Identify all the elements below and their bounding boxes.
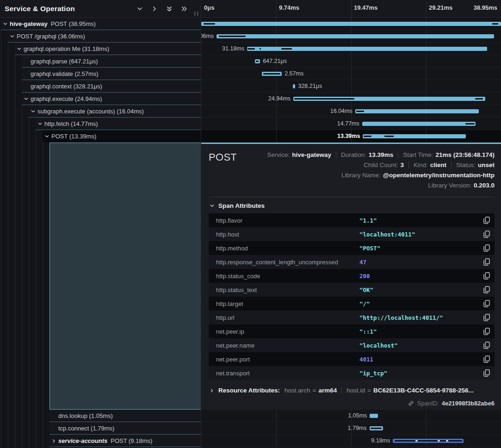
copy-icon[interactable]: [479, 314, 495, 321]
grid-line: [351, 80, 352, 92]
timeline-ruler: 0μs9.74ms19.47ms29.21ms38.95ms: [201, 0, 501, 18]
collapse-icon[interactable]: [15, 46, 24, 51]
span-bar-mark: [384, 136, 394, 137]
timeline-row[interactable]: 14.77ms: [201, 118, 501, 130]
grid-line: [276, 410, 277, 422]
operation-name: POST (38.95ms): [51, 20, 96, 27]
tree-row[interactable]: graphql.parse (647.21μs): [0, 55, 201, 68]
tree-row[interactable]: graphql.validate (2.57ms): [0, 68, 201, 80]
selected-span-block: [49, 143, 201, 410]
tree-row[interactable]: subgraph.execute (accounts) (16.04ms): [0, 105, 201, 118]
timeline-row[interactable]: 1.05ms: [201, 410, 501, 422]
collapse-icon[interactable]: [29, 109, 37, 114]
collapse-icon[interactable]: [8, 34, 17, 39]
collapse-icon[interactable]: [22, 96, 31, 101]
tree-row[interactable]: graphql.execute (24.94ms): [0, 93, 201, 105]
span-bar[interactable]: [370, 414, 377, 418]
copy-icon[interactable]: [479, 258, 495, 266]
attribute-value: 4011: [359, 356, 479, 363]
timeline-row[interactable]: 2.57ms: [201, 68, 501, 80]
resource-attributes-row[interactable]: Resource Attributes: host.arch=arm64host…: [210, 387, 495, 394]
span-bar-mark: [281, 48, 292, 50]
span-bar[interactable]: [201, 22, 501, 26]
collapse-icon[interactable]: [36, 121, 44, 126]
attribute-value: "POST": [359, 245, 479, 252]
copy-icon[interactable]: [479, 342, 495, 349]
timeline-row[interactable]: 647.21μs: [201, 55, 501, 68]
panel-title: Service & Operation: [5, 5, 75, 13]
tree-row[interactable]: hive-gatewayPOST (38.95ms): [0, 18, 201, 30]
span-bar-mark: [204, 23, 215, 25]
attribute-value: 47: [359, 259, 479, 266]
copy-icon[interactable]: [479, 286, 495, 293]
duration-label: 328.21μs: [298, 80, 322, 93]
timeline-row[interactable]: 16.04ms: [201, 105, 501, 118]
span-bar-mark: [294, 98, 354, 100]
tree-row-fill: service-accountsPOST (9.18ms): [49, 435, 201, 447]
copy-icon[interactable]: [479, 217, 495, 224]
chevron-down-icon[interactable]: [135, 4, 144, 13]
tree-row-fill: hive-gatewayPOST (38.95ms): [1, 18, 201, 30]
operation-name: tcp.connect (1.79ms): [58, 425, 114, 432]
panel-resize-grip[interactable]: [195, 12, 198, 16]
timeline-row[interactable]: 31.18ms: [201, 43, 501, 55]
attribute-row: net.peer.ip"::1": [209, 324, 495, 338]
copy-icon[interactable]: [479, 230, 495, 238]
timeline-row[interactable]: 1.79ms: [201, 422, 501, 435]
field-value: 13.39ms: [369, 151, 393, 158]
timeline-row[interactable]: 24.94ms: [201, 93, 501, 105]
link-icon[interactable]: [408, 400, 414, 407]
timeline-row[interactable]: 13.39ms: [201, 130, 501, 143]
span-bar-mark: [219, 36, 246, 37]
tree-row[interactable]: service-accountsPOST (9.18ms): [0, 435, 201, 447]
chevron-right-icon[interactable]: [150, 4, 159, 13]
tree-row[interactable]: POST /graphql (36.06ms): [0, 30, 201, 43]
ruler-tick-label: 19.47ms: [354, 4, 377, 11]
span-bar-mark: [256, 61, 258, 62]
span-bar[interactable]: [216, 34, 494, 38]
double-chevron-down-icon[interactable]: [165, 4, 174, 13]
field-label: Start Time:: [403, 151, 433, 158]
span-bar[interactable]: [363, 134, 466, 138]
span-attributes-header[interactable]: Span Attributes: [210, 202, 495, 209]
tree-row[interactable]: graphql.context (328.21μs): [0, 80, 201, 93]
copy-icon[interactable]: [479, 272, 495, 280]
timeline-row[interactable]: 38.95ms: [201, 18, 501, 30]
tree-row[interactable]: POST (13.39ms): [0, 130, 201, 143]
grid-line: [276, 105, 277, 117]
expand-icon[interactable]: [49, 438, 58, 443]
span-bar[interactable]: [355, 109, 479, 113]
attribute-key: http.target: [209, 300, 359, 307]
resource-value: BC62E13B-C4CC-5854-9788-256...: [373, 387, 474, 394]
span-bar[interactable]: [293, 84, 295, 88]
tree-row[interactable]: http.fetch (14.77ms): [0, 118, 201, 130]
ruler-tick-label: 0μs: [204, 4, 214, 11]
copy-icon[interactable]: [479, 369, 495, 377]
timeline-row[interactable]: 36.06ms: [201, 30, 501, 43]
collapse-icon[interactable]: [1, 21, 10, 26]
double-chevron-right-icon[interactable]: [179, 4, 189, 13]
field-label: Duration:: [341, 151, 366, 158]
copy-icon[interactable]: [479, 355, 495, 363]
tree-row[interactable]: tcp.connect (1.79ms): [0, 422, 201, 435]
collapse-icon[interactable]: [43, 134, 51, 139]
copy-icon[interactable]: [479, 300, 495, 307]
timeline-row[interactable]: 9.18ms: [201, 435, 501, 447]
span-bar-mark: [263, 73, 280, 75]
operation-name: dns.lookup (1.05ms): [58, 412, 113, 419]
span-bar[interactable]: [362, 122, 476, 126]
span-bar-mark: [260, 48, 261, 50]
ruler-tick-label: 29.21ms: [429, 4, 452, 11]
field-divider: [398, 151, 398, 158]
timeline-row[interactable]: 328.21μs: [201, 80, 501, 93]
attribute-key: net.peer.ip: [209, 328, 359, 335]
tree-row[interactable]: dns.lookup (1.05ms): [0, 410, 201, 422]
copy-icon[interactable]: [479, 244, 495, 252]
detail-row-left: [0, 143, 201, 410]
copy-icon[interactable]: [479, 328, 495, 335]
left-panel-header: Service & Operation: [0, 0, 201, 18]
attribute-key: http.status_text: [209, 286, 359, 293]
attribute-key: http.response_content_length_uncompresse…: [209, 259, 359, 266]
tree-row[interactable]: graphql.operation Me (31.18ms): [0, 43, 201, 55]
attribute-row: http.method"POST": [209, 241, 495, 255]
